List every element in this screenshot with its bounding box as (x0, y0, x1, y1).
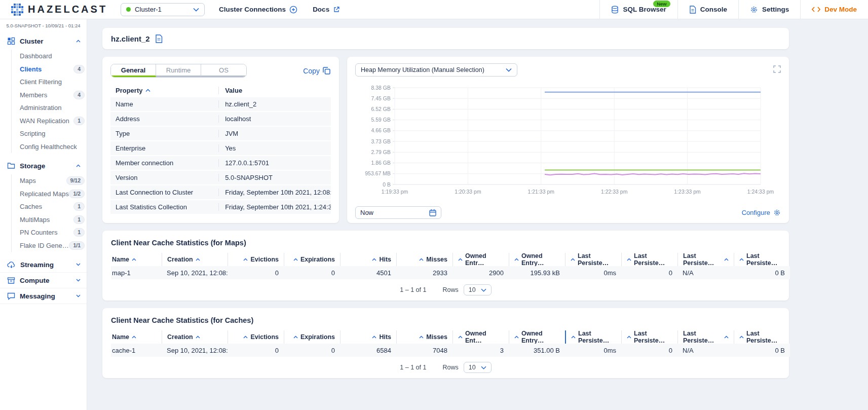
main-area: hz.client_2 GeneralRuntimeOS Copy Proper… (87, 19, 868, 410)
column-header-expirations[interactable]: Expirations (284, 253, 340, 266)
sidebar-item-replicated-maps[interactable]: Replicated Maps1/2 (20, 188, 87, 201)
hazelcast-logo[interactable]: HAZELCAST (0, 4, 121, 16)
cell-hits: 6584 (340, 344, 396, 357)
column-header-ownedentr[interactable]: Owned Entr… (452, 253, 509, 266)
sort-icon (571, 258, 575, 261)
stats-table-header: NameCreationEvictionsExpirationsHitsMiss… (111, 330, 790, 344)
column-header-lastpersiste[interactable]: Last Persiste… (565, 253, 621, 266)
tab-runtime[interactable]: Runtime (156, 64, 201, 77)
tab-general[interactable]: General (111, 64, 156, 77)
sidebar-item-config-healthcheck[interactable]: Config Healthcheck (20, 140, 87, 154)
sidebar-item-clients[interactable]: Clients4 (20, 63, 87, 76)
sql-browser-button[interactable]: New SQL Browser (599, 0, 677, 19)
column-header-lastpersiste[interactable]: Last Persiste… (677, 330, 734, 344)
column-label: Creation (167, 333, 193, 341)
docs-label: Docs (313, 6, 329, 13)
column-header-evictions[interactable]: Evictions (228, 330, 284, 344)
sort-icon (243, 258, 248, 261)
column-header-lastpersiste[interactable]: Last Persiste… (734, 253, 790, 266)
sidebar-section-storage[interactable]: Storage (0, 158, 87, 173)
sidebar-item-wan-replication[interactable]: WAN Replication1 (20, 115, 87, 128)
page-size-select[interactable]: 10 (464, 362, 492, 373)
client-details-card: GeneralRuntimeOS Copy Property Value (102, 57, 339, 223)
column-label: Expirations (300, 333, 335, 341)
column-header-lastpersiste[interactable]: Last Persiste… (621, 253, 677, 266)
column-label: Evictions (250, 333, 279, 341)
property-column-header[interactable]: Property (110, 87, 218, 94)
sidebar-item-multimaps[interactable]: MultiMaps1 (20, 213, 87, 227)
column-header-hits[interactable]: Hits (340, 330, 396, 344)
property-value: Friday, September 10th 2021, 1:24:31… (218, 203, 331, 211)
column-header-hits[interactable]: Hits (340, 253, 396, 266)
time-range-input[interactable]: Now (355, 206, 441, 219)
column-header-name[interactable]: Name (111, 330, 162, 344)
cell-evictions: 0 (228, 344, 284, 357)
sidebar-item-scripting[interactable]: Scripting (20, 127, 87, 140)
column-header-ownedentry[interactable]: Owned Entry… (509, 330, 565, 344)
sidebar-section-cluster[interactable]: Cluster (0, 33, 87, 49)
cluster-connections-button[interactable]: Cluster Connections (219, 6, 297, 14)
metric-select[interactable]: Heap Memory Utilization (Manual Selectio… (355, 63, 517, 77)
column-header-lastpersiste[interactable]: Last Persiste… (677, 253, 734, 266)
svg-text:3.73 GB: 3.73 GB (371, 138, 391, 144)
column-label: Owned Entry… (521, 252, 560, 267)
sort-icon (419, 336, 424, 339)
sidebar-section-compute[interactable]: Compute (0, 272, 87, 288)
column-header-name[interactable]: Name (111, 253, 162, 266)
column-header-lastpersiste[interactable]: Last Persiste… (565, 330, 621, 344)
cell-creation: Sep 10, 2021, 12:08:46 (162, 266, 228, 279)
column-header-misses[interactable]: Misses (396, 330, 452, 344)
sort-icon (514, 336, 519, 339)
cell-evictions: 0 (228, 266, 284, 279)
column-header-misses[interactable]: Misses (396, 253, 452, 266)
sidebar-item-client-filtering[interactable]: Client Filtering (20, 76, 87, 89)
sort-icon (458, 336, 463, 339)
column-header-expirations[interactable]: Expirations (284, 330, 340, 344)
settings-button[interactable]: Settings (738, 0, 800, 19)
column-header-lastpersiste[interactable]: Last Persiste… (621, 330, 677, 344)
sidebar-item-members[interactable]: Members4 (20, 89, 87, 102)
tab-os[interactable]: OS (201, 64, 246, 77)
configure-button[interactable]: Configure (742, 209, 781, 216)
cell-ownedentry: 351.00 B (509, 344, 565, 357)
sidebar-section-label: Streaming (20, 261, 71, 269)
cluster-select[interactable]: Cluster-1 (121, 3, 205, 16)
column-header-creation[interactable]: Creation (162, 330, 228, 344)
dev-mode-button[interactable]: Dev Mode (800, 0, 868, 19)
sidebar-section-streaming[interactable]: Streaming (0, 257, 87, 272)
docs-link[interactable]: Docs (313, 6, 340, 13)
column-header-evictions[interactable]: Evictions (228, 253, 284, 266)
sidebar-item-pn-counters[interactable]: PN Counters1 (20, 226, 87, 239)
sidebar-item-badge: 1/2 (69, 190, 85, 198)
column-header-creation[interactable]: Creation (162, 253, 228, 266)
column-header-ownedent[interactable]: Owned Ent… (452, 330, 509, 344)
property-name: Name (110, 100, 218, 108)
column-label: Last Persiste… (683, 330, 722, 344)
sidebar-item-badge: 1 (73, 117, 85, 125)
property-value: JVM (218, 130, 331, 137)
sidebar-item-maps[interactable]: Maps9/12 (20, 174, 87, 188)
sidebar-item-dashboard[interactable]: Dashboard (20, 50, 87, 63)
metric-select-value: Heap Memory Utilization (Manual Selectio… (361, 66, 506, 73)
page-size-select[interactable]: 10 (464, 284, 492, 295)
svg-text:1:23:33 pm: 1:23:33 pm (674, 189, 701, 195)
stats-table-header: NameCreationEvictionsExpirationsHitsMiss… (111, 253, 790, 266)
fullscreen-icon[interactable] (773, 65, 781, 73)
sidebar-item-badge: 1 (73, 202, 85, 211)
topbar-right-menu: New SQL Browser Console Settings Dev Mod… (599, 0, 868, 19)
sidebar-item-caches[interactable]: Caches1 (20, 200, 87, 213)
column-header-ownedentry[interactable]: Owned Entry… (509, 253, 565, 266)
client-doc-icon[interactable] (155, 34, 163, 43)
column-label: Hits (379, 256, 391, 263)
sidebar-item-administration[interactable]: Administration (20, 101, 87, 115)
cell-expirations: 0 (284, 266, 340, 279)
sidebar-section-messaging[interactable]: Messaging (0, 288, 87, 304)
column-header-lastpersiste[interactable]: Last Persiste… (734, 330, 790, 344)
page-size-value: 10 (469, 286, 476, 293)
column-label: Name (112, 333, 129, 341)
cell-creation: Sep 10, 2021, 12:08:46 (162, 344, 228, 357)
copy-button[interactable]: Copy (303, 66, 331, 75)
console-button[interactable]: Console (677, 0, 738, 19)
sidebar-section-label: Storage (20, 162, 71, 170)
sidebar-item-flake-id-generators[interactable]: Flake ID Generators1/1 (20, 239, 87, 252)
